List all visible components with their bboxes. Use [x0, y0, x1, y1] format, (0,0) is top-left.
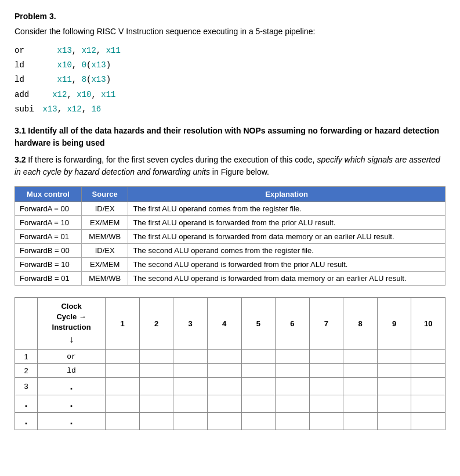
- code-block: or x13, x12, x11 ld x10, 0(x13) ld x11, …: [15, 44, 445, 117]
- cycle-2-header: 2: [139, 297, 173, 349]
- keyword-add: add: [15, 88, 38, 102]
- mux-explanation-cell: The second ALU operand comes from the re…: [128, 243, 445, 257]
- row-num-2: 2: [15, 363, 38, 377]
- cell-3-9: [377, 377, 411, 395]
- mux-control-cell: ForwardA = 01: [15, 229, 82, 243]
- cell-2-5: [241, 363, 276, 377]
- code-args-5: x13, x12, 16: [38, 102, 101, 117]
- row-num-dot2: .: [15, 412, 38, 430]
- cell-2-8: [343, 363, 378, 377]
- cell-d2-9: [377, 412, 411, 430]
- instruction-dot1: .: [38, 395, 106, 412]
- cell-1-1: [106, 349, 140, 363]
- cell-3-4: [207, 377, 241, 395]
- mux-header-explanation: Explanation: [128, 186, 445, 201]
- arrow-down-icon: ↓: [42, 333, 100, 346]
- code-line-2: ld x10, 0(x13): [15, 58, 445, 73]
- code-args-3: x11, 8(x13): [38, 73, 111, 87]
- keyword-ld2: ld: [15, 73, 38, 87]
- mux-source-cell: ID/EX: [81, 201, 128, 215]
- cycle-1-header: 1: [106, 297, 140, 349]
- instruction-header: Clock Cycle → Instruction ↓: [38, 297, 106, 349]
- cell-d1-6: [276, 395, 310, 412]
- cell-2-2: [139, 363, 173, 377]
- code-line-4: add x12, x10, x11: [15, 88, 445, 102]
- cell-2-3: [173, 363, 208, 377]
- cell-d1-2: [139, 395, 173, 412]
- cycle-5-header: 5: [241, 297, 276, 349]
- mux-explanation-cell: The first ALU operand is forwarded from …: [128, 215, 445, 229]
- table-row: ForwardB = 01 MEM/WB The second ALU oper…: [15, 271, 445, 285]
- mux-header-control: Mux control: [15, 186, 82, 201]
- row-num-1: 1: [15, 349, 38, 363]
- cell-2-4: [207, 363, 241, 377]
- code-args-2: x10, 0(x13): [38, 58, 111, 73]
- cell-2-10: [411, 363, 445, 377]
- cell-1-6: [276, 349, 310, 363]
- cell-1-2: [139, 349, 173, 363]
- mux-table: Mux control Source Explanation ForwardA …: [15, 186, 445, 286]
- cell-2-9: [377, 363, 411, 377]
- row-num-dot1: .: [15, 395, 38, 412]
- keyword-ld1: ld: [15, 58, 38, 73]
- cycle-9-header: 9: [377, 297, 411, 349]
- code-line-5: subi x13, x12, 16: [15, 102, 445, 117]
- keyword-subi: subi: [15, 102, 38, 117]
- section-32-number: 3.2: [15, 155, 26, 164]
- cell-3-2: [139, 377, 173, 395]
- mux-explanation-cell: The first ALU operand is forwarded from …: [128, 229, 445, 243]
- cell-3-8: [343, 377, 378, 395]
- mux-control-cell: ForwardB = 00: [15, 243, 82, 257]
- section-32-text-end: in Figure below.: [210, 167, 269, 176]
- cell-3-3: [173, 377, 208, 395]
- clock-label-line1: Clock: [61, 302, 81, 311]
- table-row: ForwardB = 00 ID/EX The second ALU opera…: [15, 243, 445, 257]
- mux-source-cell: MEM/WB: [81, 271, 128, 285]
- cycle-6-header: 6: [276, 297, 310, 349]
- mux-source-cell: MEM/WB: [81, 229, 128, 243]
- cycle-7-header: 7: [309, 297, 343, 349]
- cell-d1-1: [106, 395, 140, 412]
- code-args-4: x12, x10, x11: [38, 88, 116, 102]
- table-row: 3 .: [15, 377, 445, 395]
- mux-source-cell: ID/EX: [81, 243, 128, 257]
- section-31-title: 3.1 Identify all of the data hazards and…: [15, 125, 445, 149]
- table-row: 1 or: [15, 349, 445, 363]
- problem-title: Problem 3.: [15, 12, 445, 21]
- table-row: . .: [15, 395, 445, 412]
- cell-d1-7: [309, 395, 343, 412]
- mux-control-cell: ForwardA = 00: [15, 201, 82, 215]
- cell-1-5: [241, 349, 276, 363]
- mux-control-cell: ForwardB = 10: [15, 257, 82, 271]
- cycle-8-header: 8: [343, 297, 378, 349]
- table-row: ForwardA = 00 ID/EX The first ALU operan…: [15, 201, 445, 215]
- cell-1-7: [309, 349, 343, 363]
- row-num-header: [15, 297, 38, 349]
- row-num-3: 3: [15, 377, 38, 395]
- cell-d2-1: [106, 412, 140, 430]
- cell-d2-3: [173, 412, 208, 430]
- keyword-or: or: [15, 44, 38, 58]
- mux-header-source: Source: [81, 186, 128, 201]
- cycle-4-header: 4: [207, 297, 241, 349]
- cell-3-7: [309, 377, 343, 395]
- instruction-2: ld: [38, 363, 106, 377]
- instruction-dot2: .: [38, 412, 106, 430]
- cell-3-6: [276, 377, 310, 395]
- section-32-text: 3.2 If there is forwarding, for the firs…: [15, 154, 445, 178]
- code-args-1: x13, x12, x11: [38, 44, 121, 58]
- cell-2-6: [276, 363, 310, 377]
- table-row: ForwardB = 10 EX/MEM The second ALU oper…: [15, 257, 445, 271]
- cell-d2-7: [309, 412, 343, 430]
- cell-1-3: [173, 349, 208, 363]
- cell-1-9: [377, 349, 411, 363]
- cell-d1-5: [241, 395, 276, 412]
- mux-control-cell: ForwardA = 10: [15, 215, 82, 229]
- cell-d1-9: [377, 395, 411, 412]
- mux-explanation-cell: The second ALU operand is forwarded from…: [128, 271, 445, 285]
- table-row: . .: [15, 412, 445, 430]
- mux-control-cell: ForwardB = 01: [15, 271, 82, 285]
- cell-3-1: [106, 377, 140, 395]
- cell-d2-10: [411, 412, 445, 430]
- cell-1-8: [343, 349, 378, 363]
